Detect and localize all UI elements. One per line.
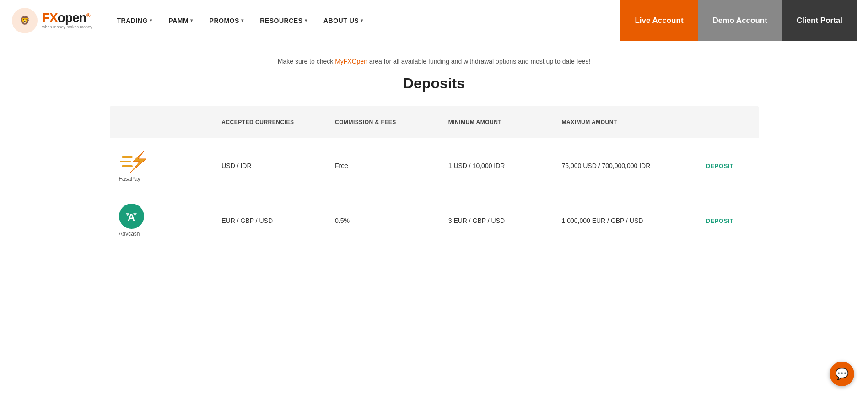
advcash-logo-svg: A	[122, 210, 140, 223]
logo-fx-highlight: FX	[42, 11, 58, 25]
logo-open-text: open	[58, 11, 86, 25]
cell-min-fasapay: 1 USD / 10,000 IDR	[439, 138, 553, 193]
main-nav: TRADING ▾ PAMM ▾ PROMOS ▾ RESOURCES ▾ AB…	[111, 13, 620, 28]
header: 🦁 FXopen® when money makes money TRADING…	[0, 0, 868, 41]
svg-text:🦁: 🦁	[20, 16, 30, 26]
nav-pamm-label: PAMM	[168, 17, 189, 24]
demo-account-button[interactable]: Demo Account	[698, 0, 782, 41]
cell-action-fasapay[interactable]: DEPOSIT	[697, 138, 759, 193]
logo-registered: ®	[86, 12, 90, 19]
chevron-down-icon: ▾	[305, 18, 307, 23]
client-portal-button[interactable]: Client Portal	[782, 0, 857, 41]
col-header-minimum-amount: MINIMUM AMOUNT	[439, 106, 553, 138]
fxopen-logo-icon: 🦁	[11, 7, 38, 34]
page-title: Deposits	[109, 75, 759, 92]
logo-fx: FXopen®	[42, 11, 92, 24]
deposit-link-fasapay[interactable]: DEPOSIT	[706, 162, 734, 169]
nav-about-label: ABOUT US	[323, 17, 359, 24]
deposit-link-advcash[interactable]: DEPOSIT	[706, 217, 734, 224]
provider-cell-advcash: A Advcash	[109, 193, 212, 248]
logo-area[interactable]: 🦁 FXopen® when money makes money	[11, 7, 92, 34]
chevron-down-icon: ▾	[241, 18, 244, 23]
logo-tagline: when money makes money	[42, 25, 92, 29]
provider-name-advcash: Advcash	[119, 231, 140, 237]
chevron-down-icon: ▾	[150, 18, 152, 23]
nav-trading-label: TRADING	[117, 17, 148, 24]
cell-action-advcash[interactable]: DEPOSIT	[697, 193, 759, 248]
deposits-table: ACCEPTED CURRENCIES COMMISSION & FEES MI…	[109, 106, 759, 248]
nav-item-about-us[interactable]: ABOUT US ▾	[317, 13, 370, 28]
header-buttons: Live Account Demo Account Client Portal	[620, 0, 857, 41]
cell-commission-fasapay: Free	[326, 138, 439, 193]
logo-text: FXopen® when money makes money	[42, 11, 92, 29]
col-header-accepted-currencies: ACCEPTED CURRENCIES	[212, 106, 326, 138]
myfxopen-link[interactable]: MyFXOpen	[335, 58, 367, 65]
notice-prefix: Make sure to check	[278, 58, 335, 65]
live-account-button[interactable]: Live Account	[620, 0, 698, 41]
nav-resources-label: RESOURCES	[260, 17, 302, 24]
nav-item-resources[interactable]: RESOURCES ▾	[253, 13, 313, 28]
table-header-row: ACCEPTED CURRENCIES COMMISSION & FEES MI…	[109, 106, 759, 138]
col-header-action	[697, 106, 759, 138]
advcash-logo-icon: A	[119, 204, 144, 229]
col-header-maximum-amount: MAXIMUM AMOUNT	[552, 106, 696, 138]
provider-cell-fasapay: FasaPay	[109, 138, 212, 193]
col-header-provider	[109, 106, 212, 138]
table-row: A Advcash EUR / GBP / USD 0.5% 3 EUR / G…	[109, 193, 759, 248]
col-header-commission-fees: COMMISSION & FEES	[326, 106, 439, 138]
table-row: FasaPay USD / IDR Free 1 USD / 10,000 ID…	[109, 138, 759, 193]
chevron-down-icon: ▾	[361, 18, 363, 23]
fasapay-logo-icon	[119, 149, 156, 174]
notice-suffix: area for all available funding and withd…	[367, 58, 590, 65]
cell-currencies-fasapay: USD / IDR	[212, 138, 326, 193]
svg-text:A: A	[128, 211, 135, 223]
chevron-down-icon: ▾	[190, 18, 193, 23]
cell-max-advcash: 1,000,000 EUR / GBP / USD	[552, 193, 696, 248]
notice-banner: Make sure to check MyFXOpen area for all…	[109, 52, 759, 70]
nav-item-trading[interactable]: TRADING ▾	[111, 13, 159, 28]
cell-min-advcash: 3 EUR / GBP / USD	[439, 193, 553, 248]
provider-name-fasapay: FasaPay	[119, 176, 140, 182]
cell-commission-advcash: 0.5%	[326, 193, 439, 248]
main-content: Make sure to check MyFXOpen area for all…	[91, 41, 777, 259]
nav-item-promos[interactable]: PROMOS ▾	[203, 13, 250, 28]
nav-item-pamm[interactable]: PAMM ▾	[162, 13, 199, 28]
svg-marker-2	[130, 151, 146, 173]
nav-promos-label: PROMOS	[210, 17, 239, 24]
cell-max-fasapay: 75,000 USD / 700,000,000 IDR	[552, 138, 696, 193]
cell-currencies-advcash: EUR / GBP / USD	[212, 193, 326, 248]
